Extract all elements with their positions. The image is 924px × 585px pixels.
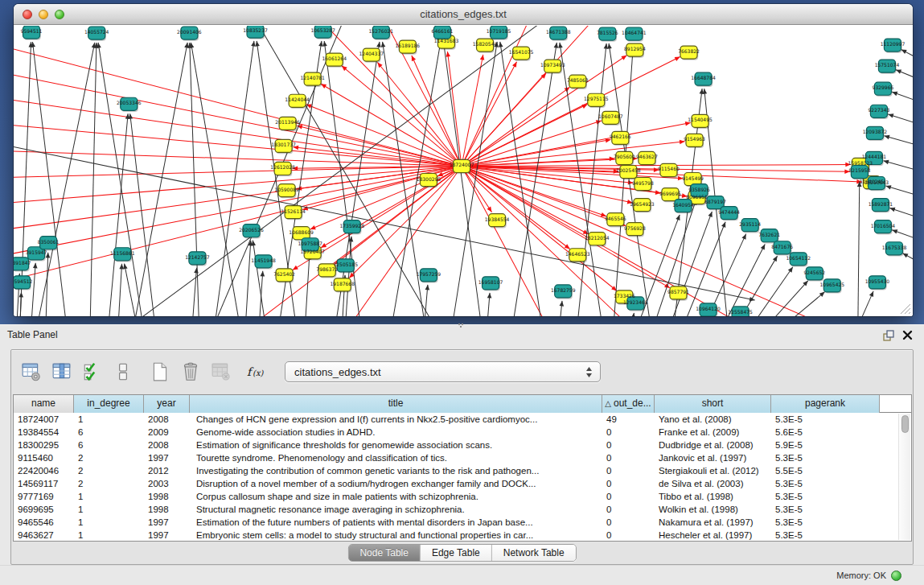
- function-builder-icon[interactable]: f(x): [243, 358, 269, 385]
- graph-window-titlebar[interactable]: citations_edges.txt: [14, 4, 913, 25]
- graph-edge[interactable]: [14, 98, 462, 166]
- cell-pagerank: 5.3E-5: [771, 413, 880, 426]
- new-table-icon[interactable]: [146, 358, 173, 385]
- memory-status-label: Memory: OK: [836, 571, 886, 580]
- column-header-short[interactable]: short: [655, 395, 771, 413]
- table-settings-icon[interactable]: [18, 358, 44, 385]
- graph-edge[interactable]: [321, 84, 462, 166]
- graph-edge[interactable]: [462, 165, 851, 167]
- graph-edge[interactable]: [38, 43, 95, 316]
- cell-out_degree: 0: [602, 439, 655, 451]
- graph-edge[interactable]: [246, 241, 251, 316]
- network-svg[interactable]: 1872400716061264121407811142404420113946…: [14, 26, 913, 316]
- graph-node-label: 20206526: [239, 227, 264, 233]
- table-row[interactable]: 1830029562008Estimation of significance …: [14, 439, 911, 451]
- graph-node-label: 2935114: [739, 221, 761, 227]
- graph-node-label: 10975887: [298, 241, 322, 246]
- graph-node-label: 3915947: [26, 249, 47, 255]
- graph-edge[interactable]: [14, 46, 462, 166]
- graph-node-label: 10653287: [310, 27, 335, 33]
- cell-pagerank: 5.3E-5: [771, 490, 880, 503]
- table-row[interactable]: 977716911998Corpus callosum shape and si…: [14, 490, 911, 503]
- graph-edge[interactable]: [215, 41, 253, 316]
- graph-node-label: 18301737: [271, 142, 296, 147]
- graph-edge[interactable]: [447, 51, 462, 166]
- column-header-name[interactable]: name: [14, 395, 74, 413]
- graph-node-label: 10955430: [865, 278, 890, 284]
- cell-pagerank: 5.6E-5: [771, 426, 880, 439]
- table-row[interactable]: 2242004622012Investigating the contribut…: [14, 464, 911, 477]
- table-row[interactable]: 911546021997Tourette syndrome. Phenomeno…: [14, 451, 911, 464]
- clear-selection-icon[interactable]: [109, 358, 136, 385]
- resize-grip-icon[interactable]: [900, 303, 911, 315]
- svg-text:(x): (x): [253, 369, 265, 377]
- graph-node-label: 8350061: [38, 239, 60, 245]
- graph-window: citations_edges.txt 18724007160612641214…: [14, 4, 913, 316]
- table-row[interactable]: 1938455462009Genome-wide association stu…: [14, 426, 911, 439]
- graph-edge[interactable]: [134, 43, 187, 316]
- graph-edge[interactable]: [98, 43, 142, 316]
- scrollbar-thumb[interactable]: [901, 415, 909, 433]
- graph-edge[interactable]: [46, 253, 48, 316]
- tab-node-table[interactable]: Node Table: [348, 545, 421, 561]
- show-column-icon[interactable]: [48, 358, 75, 385]
- graph-edge[interactable]: [858, 182, 860, 316]
- graph-node-label: 15958123: [848, 160, 873, 166]
- graph-edge[interactable]: [31, 263, 35, 316]
- minimize-button[interactable]: [39, 10, 48, 19]
- table-row[interactable]: 1456911722003Disruption of a novel membe…: [14, 477, 911, 490]
- graph-edge[interactable]: [336, 42, 380, 316]
- graph-edge[interactable]: [190, 43, 199, 316]
- table-header-row: name in_degree year title △out_de... sho…: [14, 395, 911, 413]
- cell-in_degree: 1: [74, 503, 144, 516]
- graph-edge[interactable]: [377, 62, 462, 166]
- tab-network-table[interactable]: Network Table: [492, 545, 576, 561]
- graph-edge[interactable]: [462, 87, 570, 166]
- graph-edge[interactable]: [192, 268, 196, 316]
- column-header-out-degree[interactable]: △out_de...: [602, 395, 655, 413]
- graph-node-label: 7815526: [597, 30, 618, 35]
- tab-edge-table[interactable]: Edge Table: [421, 545, 492, 561]
- graph-edge[interactable]: [725, 244, 766, 316]
- column-header-year[interactable]: year: [144, 395, 190, 413]
- graph-edge[interactable]: [253, 241, 265, 316]
- vertical-scrollbar[interactable]: [898, 414, 910, 540]
- graph-edge[interactable]: [14, 166, 462, 282]
- network-view[interactable]: 1872400716061264121407811142404420113946…: [14, 26, 913, 316]
- float-window-icon[interactable]: [882, 329, 895, 342]
- delete-table-icon[interactable]: [177, 358, 203, 385]
- close-panel-icon[interactable]: [901, 329, 914, 341]
- cell-name: 18300295: [14, 439, 74, 451]
- column-header-in-degree[interactable]: in_degree: [74, 395, 144, 413]
- select-columns-icon[interactable]: [79, 358, 105, 385]
- graph-edge[interactable]: [462, 56, 680, 166]
- table-row[interactable]: 946554611997Estimation of the future num…: [14, 516, 911, 529]
- table-row[interactable]: 969969511998Structural magnetic resonanc…: [14, 503, 911, 516]
- cell-in_degree: 6: [74, 426, 144, 439]
- graph-edge[interactable]: [118, 264, 121, 316]
- graph-edge[interactable]: [462, 166, 617, 290]
- cell-out_degree: 0: [602, 516, 655, 529]
- graph-edge[interactable]: [90, 43, 97, 316]
- cell-in_degree: 1: [74, 529, 144, 542]
- zoom-button[interactable]: [55, 10, 64, 19]
- graph-edge[interactable]: [306, 254, 310, 316]
- graph-edge[interactable]: [462, 159, 637, 167]
- cell-out_degree: 0: [602, 490, 655, 503]
- graph-node-label: 12140781: [300, 75, 325, 80]
- column-header-title[interactable]: title: [190, 395, 602, 413]
- graph-edge[interactable]: [32, 42, 66, 316]
- graph-edge[interactable]: [614, 43, 633, 316]
- close-button[interactable]: [23, 10, 32, 19]
- graph-node-label: 9462166: [610, 134, 631, 139]
- graph-node-label: 12975115: [584, 96, 609, 101]
- graph-edge[interactable]: [349, 166, 462, 278]
- table-row[interactable]: 1872400712008Changes of HCN gene express…: [14, 413, 911, 426]
- graph-edge[interactable]: [14, 166, 462, 255]
- table-row[interactable]: 946362711997Embryonic stem cells: a mode…: [14, 529, 911, 542]
- graph-edge[interactable]: [788, 292, 825, 316]
- cell-year: 2003: [144, 477, 190, 490]
- column-header-pagerank[interactable]: pagerank: [771, 395, 880, 413]
- table-selector-dropdown[interactable]: citations_edges.txt: [285, 361, 601, 382]
- graph-edge[interactable]: [130, 113, 155, 316]
